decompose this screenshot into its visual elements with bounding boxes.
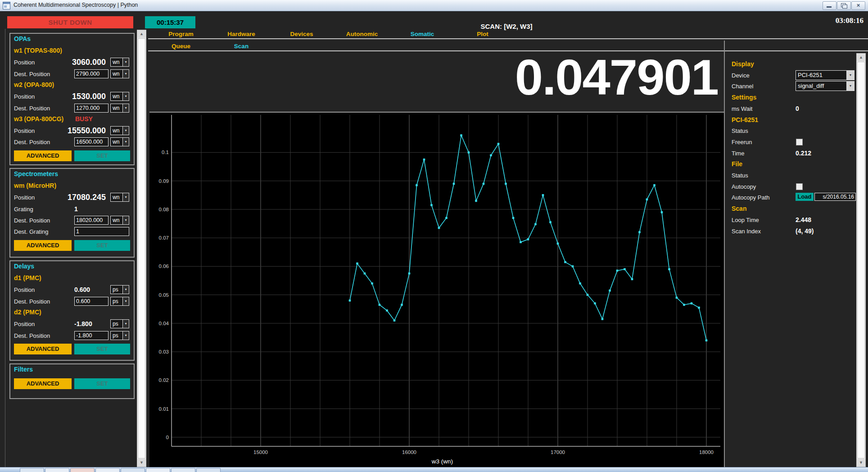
advanced-button[interactable]: ADVANCED <box>14 150 72 161</box>
row-label: ms Wait <box>732 105 752 112</box>
taskbar-item[interactable] <box>196 468 221 472</box>
dest-position-input[interactable]: 1270.000 <box>74 104 108 113</box>
panel-row: Position15550.000wn▾ <box>10 126 132 136</box>
unit-select[interactable]: wn▾ <box>110 69 129 78</box>
autocopy-checkbox[interactable] <box>796 183 803 190</box>
tab-devices[interactable]: Devices <box>271 31 332 37</box>
scrollbar-thumb[interactable] <box>138 38 145 458</box>
panel-spectrometers: Spectrometerswm (MicroHR)Position17080.2… <box>9 168 135 258</box>
unit-select[interactable]: ps▾ <box>110 319 129 328</box>
tab-program[interactable]: Program <box>151 31 211 37</box>
set-button[interactable]: SET <box>74 240 130 251</box>
panel-row: Dest. Position18020.000wn▾ <box>10 215 132 226</box>
scrollbar-thumb[interactable] <box>857 62 865 458</box>
unit-select[interactable]: ps▾ <box>110 297 129 306</box>
device-select[interactable]: PCI-6251▾ <box>796 70 854 80</box>
data-point-marker <box>430 204 433 206</box>
set-button[interactable]: SET <box>74 344 130 354</box>
taskbar-item[interactable] <box>146 468 170 472</box>
position-value: 0.600 <box>74 286 90 293</box>
channel-select[interactable]: signal_diff▾ <box>796 81 854 91</box>
data-point-marker <box>594 302 596 304</box>
autocopy-path-input[interactable]: s/2016.05.16 <box>814 193 856 201</box>
settings-scrollbar[interactable]: ▲ ▼ <box>856 53 866 467</box>
set-button[interactable]: SET <box>74 378 130 389</box>
scan-title: SCAN: [W2, W3] <box>430 23 583 30</box>
y-tick-label: 0 <box>166 435 169 440</box>
secondary-tab-underline <box>148 50 868 51</box>
y-tick-label: 0.04 <box>159 321 169 326</box>
taskbar-item[interactable] <box>171 468 195 472</box>
sidebar-scrollbar[interactable]: ▲ ▼ <box>137 30 146 467</box>
taskbar-item[interactable] <box>121 468 145 472</box>
tab-plot[interactable]: Plot <box>452 31 513 37</box>
data-point-marker <box>401 304 403 306</box>
close-button[interactable]: × <box>851 1 865 10</box>
taskbar-item[interactable] <box>95 468 120 472</box>
data-point-marker <box>676 297 678 299</box>
scroll-down-icon[interactable]: ▼ <box>137 459 146 467</box>
row-label: Position <box>14 127 35 134</box>
settings-row: Display <box>728 59 854 70</box>
data-point-marker <box>579 282 581 285</box>
row-label: Dest. Position <box>14 105 50 112</box>
data-point-marker <box>460 134 462 136</box>
restore-button[interactable] <box>837 1 851 10</box>
taskbar-item[interactable] <box>70 468 95 472</box>
chevron-down-icon: ▾ <box>122 92 129 100</box>
unit-select[interactable]: wn▾ <box>110 193 129 202</box>
dest-position-input[interactable]: 16500.000 <box>74 137 108 146</box>
panel-row: Dest. Position-1.800ps▾ <box>10 331 132 341</box>
unit-select-value: wn <box>111 58 122 66</box>
unit-select[interactable]: wn▾ <box>110 58 129 67</box>
set-button[interactable]: SET <box>74 150 130 161</box>
dest-position-input[interactable]: 2790.000 <box>74 69 108 78</box>
panel-delays: Delaysd1 (PMC)Position0.600ps▾Dest. Posi… <box>9 260 135 361</box>
unit-select[interactable]: wn▾ <box>110 216 129 225</box>
data-point-marker <box>505 183 507 185</box>
live-signal-readout: 0.047901 <box>515 52 718 103</box>
tab-scan[interactable]: Scan <box>211 43 271 50</box>
scroll-up-icon[interactable]: ▲ <box>137 30 146 38</box>
scroll-down-icon[interactable]: ▼ <box>857 459 865 467</box>
advanced-button[interactable]: ADVANCED <box>14 240 72 251</box>
settings-row: Channelsignal_diff▾ <box>728 81 854 92</box>
row-label: Loop Time <box>732 217 759 223</box>
row-label: Freerun <box>732 139 752 145</box>
data-point-marker <box>557 243 559 245</box>
load-button[interactable]: Load <box>796 193 814 201</box>
chevron-down-icon: ▾ <box>122 104 129 112</box>
unit-select[interactable]: wn▾ <box>110 137 129 146</box>
tab-somatic[interactable]: Somatic <box>392 31 452 37</box>
tab-autonomic[interactable]: Autonomic <box>332 31 392 37</box>
advanced-button[interactable]: ADVANCED <box>14 344 72 354</box>
data-point-marker <box>587 294 589 296</box>
unit-select[interactable]: ps▾ <box>110 285 129 294</box>
unit-select[interactable]: wn▾ <box>110 104 129 113</box>
taskbar-item[interactable] <box>45 468 69 472</box>
freerun-checkbox[interactable] <box>796 139 803 145</box>
row-label: Position <box>14 321 35 327</box>
advanced-button[interactable]: ADVANCED <box>14 378 72 389</box>
tab-hardware[interactable]: Hardware <box>211 31 271 37</box>
settings-row: Scan <box>728 204 854 214</box>
section-header: Scan <box>732 205 746 212</box>
dest-position-input[interactable]: 0.600 <box>74 297 108 306</box>
minimize-button[interactable] <box>823 1 836 10</box>
unit-select[interactable]: wn▾ <box>110 126 129 135</box>
dest-position-input[interactable]: 1 <box>74 227 129 236</box>
unit-select[interactable]: wn▾ <box>110 92 129 101</box>
dest-position-input[interactable]: -1.800 <box>74 331 108 340</box>
unit-select[interactable]: ps▾ <box>110 331 129 340</box>
settings-row: Settings <box>728 92 854 103</box>
data-point-marker <box>631 278 633 281</box>
tab-queue[interactable]: Queue <box>151 43 211 50</box>
scroll-up-icon[interactable]: ▲ <box>857 54 865 61</box>
shutdown-button[interactable]: SHUT DOWN <box>7 16 133 28</box>
os-taskbar[interactable] <box>0 467 868 472</box>
panel-row: d2 (PMC) <box>10 308 132 318</box>
taskbar-item[interactable] <box>20 468 44 472</box>
settings-row: Status <box>728 170 854 181</box>
dest-position-input[interactable]: 18020.000 <box>74 216 108 225</box>
data-point-marker <box>624 268 626 270</box>
